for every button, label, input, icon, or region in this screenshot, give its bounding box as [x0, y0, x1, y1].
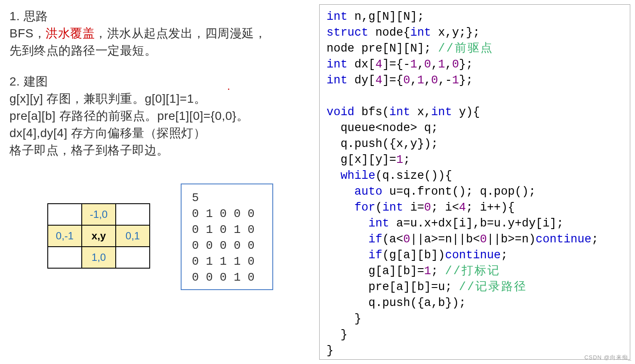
cell-center: x,y — [82, 225, 116, 247]
direction-grid: -1,0 0,-1x,y0,1 1,0 — [47, 203, 150, 269]
heading-1: 1. 思路 — [9, 8, 306, 25]
cell-up: -1,0 — [82, 204, 116, 225]
line-2: 先到终点的路径一定最短。 — [9, 42, 306, 59]
line-4: pre[a][b] 存路径的前驱点。pre[1][0]={0,0}。 — [9, 107, 306, 125]
highlight-flood: 洪水覆盖 — [46, 27, 95, 40]
line-1: BFS，洪水覆盖，洪水从起点发出，四周漫延， — [9, 25, 306, 42]
heading-2: 2. 建图 — [9, 73, 306, 90]
red-dot-marker — [228, 89, 229, 90]
line-5: dx[4],dy[4] 存方向偏移量（探照灯） — [9, 125, 306, 142]
line-6: 格子即点，格子到格子即边。 — [9, 142, 306, 159]
code-block: int n,g[N][N]; struct node{int x,y;}; no… — [319, 4, 630, 360]
cell-down: 1,0 — [82, 247, 116, 268]
maze-input: 5 0 1 0 0 0 0 1 0 1 0 0 0 0 0 0 0 1 1 1 … — [181, 184, 273, 290]
explanation-text: 1. 思路 BFS，洪水覆盖，洪水从起点发出，四周漫延， 先到终点的路径一定最短… — [9, 8, 306, 159]
line-3: g[x][y] 存图，兼职判重。g[0][1]=1。 — [9, 90, 306, 107]
watermark: CSDN @向来痴_ — [584, 354, 632, 361]
cell-right: 0,1 — [116, 225, 150, 247]
cell-left: 0,-1 — [48, 225, 82, 247]
